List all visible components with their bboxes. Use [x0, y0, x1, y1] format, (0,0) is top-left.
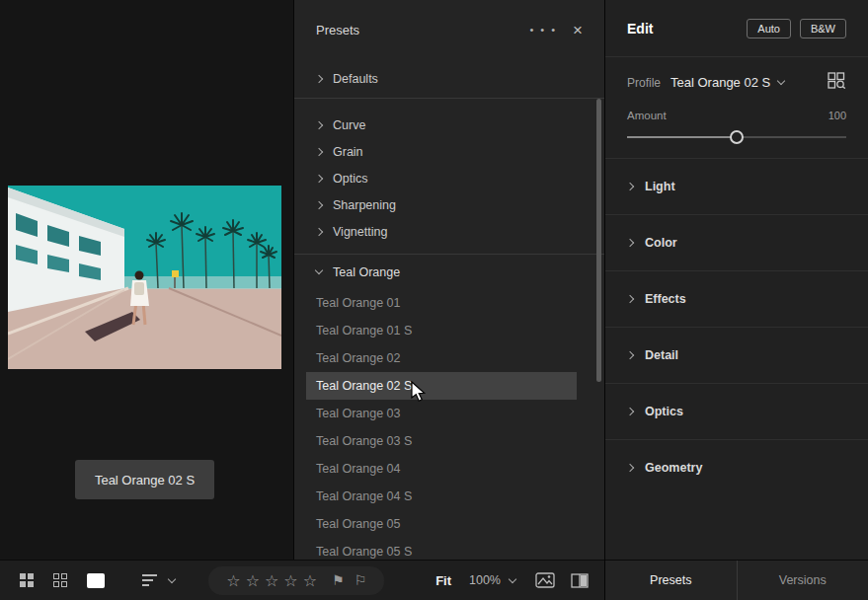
before-after-split-icon[interactable]	[571, 573, 589, 588]
zoom-level-dropdown[interactable]: 100%	[469, 573, 515, 587]
presets-panel-header: Presets • • • ×	[294, 0, 604, 59]
section-label: Effects	[645, 292, 686, 306]
sort-icon[interactable]	[142, 574, 157, 586]
preset-group-label: Curve	[333, 118, 365, 132]
preset-item[interactable]: Teal Orange 02	[294, 344, 577, 372]
chevron-right-icon	[315, 147, 323, 155]
tab-presets[interactable]: Presets	[605, 561, 737, 600]
star-icon[interactable]: ☆	[283, 571, 297, 590]
panel-menu-icon[interactable]: • • •	[529, 24, 557, 36]
preset-item[interactable]: Teal Orange 03	[294, 400, 577, 427]
section-optics[interactable]: Optics	[605, 383, 868, 439]
chevron-down-icon	[509, 574, 516, 582]
section-label: Detail	[645, 348, 678, 362]
reject-flag-icon[interactable]: ⚐	[355, 572, 367, 588]
photo-image	[8, 186, 281, 369]
section-label: Geometry	[645, 461, 702, 475]
amount-value: 100	[829, 110, 846, 121]
profile-browser-icon[interactable]	[828, 72, 846, 93]
preset-item[interactable]: Teal Orange 01	[294, 289, 577, 317]
preset-item[interactable]: Teal Orange 04 S	[294, 483, 577, 510]
tab-versions[interactable]: Versions	[737, 561, 868, 600]
preset-group-label: Vignetting	[333, 225, 387, 239]
section-label: Optics	[645, 405, 683, 418]
chevron-right-icon	[626, 239, 634, 247]
bw-button[interactable]: B&W	[800, 19, 846, 38]
preset-group-vignetting[interactable]: Vignetting	[294, 218, 604, 245]
slider-track	[737, 136, 846, 138]
preset-group-curve[interactable]: Curve	[294, 112, 604, 138]
edit-title: Edit	[627, 21, 653, 37]
preset-item[interactable]: Teal Orange 05 S	[294, 538, 577, 560]
preset-group-label: Teal Orange	[333, 265, 400, 279]
preset-item[interactable]: Teal Orange 03 S	[294, 427, 577, 455]
preset-group-label: Sharpening	[333, 198, 396, 212]
chevron-down-icon	[777, 77, 785, 85]
amount-label: Amount	[627, 110, 667, 121]
preset-group-grain[interactable]: Grain	[294, 138, 604, 165]
preset-group-label: Defaults	[333, 72, 378, 86]
pick-flag-icon[interactable]: ⚑	[332, 572, 345, 588]
fit-zoom-button[interactable]: Fit	[435, 573, 451, 588]
chevron-right-icon	[315, 227, 323, 235]
preset-item[interactable]: Teal Orange 04	[294, 455, 577, 483]
rating-group: ☆ ☆ ☆ ☆ ☆ ⚑ ⚐	[208, 566, 384, 595]
photo-preview[interactable]	[8, 186, 281, 369]
zoom-value: 100%	[469, 573, 501, 587]
star-icon[interactable]: ☆	[265, 571, 278, 590]
amount-slider[interactable]	[627, 130, 846, 144]
preset-group-teal-orange[interactable]: Teal Orange	[294, 254, 604, 289]
edit-panel: Edit Auto B&W Profile Teal Orange 02 S A…	[604, 0, 868, 600]
chevron-right-icon	[626, 464, 634, 472]
chevron-right-icon	[626, 183, 634, 190]
profile-label: Profile	[627, 76, 661, 90]
preset-group-label: Grain	[333, 145, 363, 159]
preset-item[interactable]: Teal Orange 01 S	[294, 317, 577, 344]
bottom-toolbar: ☆ ☆ ☆ ☆ ☆ ⚑ ⚐ Fit 100%	[0, 560, 604, 600]
profile-block: Profile Teal Orange 02 S Amount 100	[605, 57, 868, 158]
edit-panel-header: Edit Auto B&W	[605, 0, 868, 57]
star-icon[interactable]: ☆	[303, 571, 317, 590]
star-icon[interactable]: ☆	[226, 571, 240, 590]
preset-item[interactable]: Teal Orange 05	[294, 510, 577, 538]
preset-group-label: Optics	[333, 172, 367, 186]
section-geometry[interactable]: Geometry	[605, 439, 868, 495]
section-effects[interactable]: Effects	[605, 270, 868, 327]
section-color[interactable]: Color	[605, 214, 868, 270]
auto-button[interactable]: Auto	[747, 19, 791, 38]
chevron-right-icon	[315, 200, 323, 208]
chevron-down-icon[interactable]	[168, 574, 176, 582]
chevron-down-icon	[315, 266, 323, 274]
chevron-right-icon	[626, 351, 634, 359]
reference-photo-icon[interactable]	[535, 572, 555, 588]
presets-panel: Presets • • • × Defaults Curve Grain Opt…	[293, 0, 604, 560]
preset-group-defaults[interactable]: Defaults	[294, 59, 604, 98]
section-detail[interactable]: Detail	[605, 327, 868, 383]
chevron-right-icon	[315, 74, 323, 82]
preset-group-sharpening[interactable]: Sharpening	[294, 191, 604, 218]
preview-pane: Teal Orange 02 S	[0, 0, 293, 560]
star-icon[interactable]: ☆	[246, 571, 260, 590]
profile-dropdown[interactable]: Teal Orange 02 S	[671, 75, 770, 90]
section-label: Color	[645, 236, 677, 250]
section-label: Light	[645, 180, 675, 193]
close-icon[interactable]: ×	[573, 22, 583, 38]
slider-knob[interactable]	[730, 130, 744, 144]
scrollbar-thumb[interactable]	[596, 99, 601, 382]
chevron-right-icon	[315, 120, 323, 128]
detail-view-icon[interactable]	[87, 573, 105, 588]
slider-track	[627, 136, 737, 138]
preset-item-selected[interactable]: Teal Orange 02 S	[306, 372, 577, 400]
edit-panel-footer: Presets Versions	[605, 560, 868, 600]
grid-view-icon[interactable]	[20, 573, 34, 587]
presets-panel-title: Presets	[316, 23, 359, 38]
chevron-right-icon	[315, 174, 323, 182]
preset-group-optics[interactable]: Optics	[294, 165, 604, 191]
section-light[interactable]: Light	[605, 158, 868, 214]
square-grid-view-icon[interactable]	[53, 573, 67, 587]
chevron-right-icon	[626, 408, 634, 415]
chevron-right-icon	[626, 295, 634, 303]
preset-name-tooltip: Teal Orange 02 S	[75, 460, 214, 499]
